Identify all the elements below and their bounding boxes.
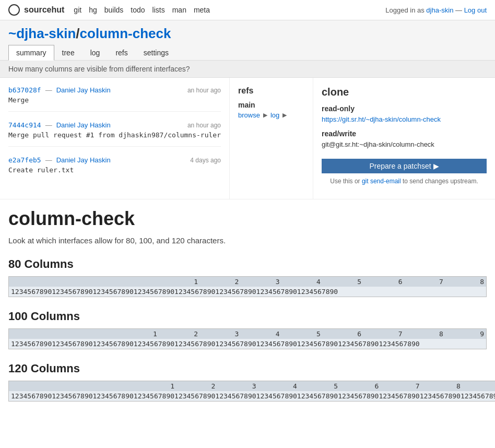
tab-log[interactable]: log (82, 45, 108, 60)
nav-right: Logged in as djha-skin — Log out (385, 6, 487, 14)
nav-link-man[interactable]: man (172, 6, 186, 14)
refs-panel: refs mainbrowse▶log▶ (230, 78, 313, 199)
commits-panel: b637028f—Daniel Jay Haskinan hour agoMer… (0, 78, 230, 199)
repo-description: How many columns are visible from differ… (8, 65, 190, 73)
tab-refs[interactable]: refs (108, 45, 135, 60)
commit-message: Merge (8, 96, 221, 104)
send-email-suffix: to send changes upstream. (403, 178, 478, 185)
ruler-digit-row: 1234567890123456789012345678901234567890… (9, 391, 496, 402)
commit-time: 4 days ago (190, 157, 221, 164)
ref-name: main (238, 101, 304, 109)
repo-tabs: summarytreelogrefssettings (8, 45, 487, 60)
readme-subtitle: Look at which interfaces allow for 80, 1… (8, 236, 487, 245)
logged-in-label: Logged in as (385, 6, 424, 14)
readwrite-url: git@git.sr.ht:~djha-skin/column-check (322, 140, 434, 148)
ref-log-link[interactable]: log (270, 111, 279, 119)
nav-link-meta[interactable]: meta (194, 6, 210, 14)
logo-area: sourcehut (8, 4, 64, 16)
logout-link[interactable]: Log out (464, 6, 487, 14)
repo-title: ~djha-skin/column-check (8, 20, 487, 42)
readonly-url[interactable]: https://git.sr.ht/~djha-skin/column-chec… (322, 115, 441, 123)
commit-dash: — (45, 156, 52, 164)
column-section-title: 100 Columns (8, 310, 487, 323)
column-section: 80 Columns 1 2 3 4 5 6 7 812345678901234… (8, 257, 487, 297)
commit-message: Create ruler.txt (8, 166, 221, 174)
column-section: 120 Columns 1 2 3 4 5 6 7 8 912345678901… (8, 362, 487, 402)
tab-settings[interactable]: settings (136, 45, 176, 60)
readme-title: column-check (8, 208, 487, 230)
send-email-note: Use this or git send-email to send chang… (322, 178, 487, 185)
clone-panel: clone read-only https://git.sr.ht/~djha-… (313, 78, 495, 199)
commits-refs-area: b637028f—Daniel Jay Haskinan hour agoMer… (0, 78, 495, 199)
site-name: sourcehut (24, 5, 64, 15)
commit-hash[interactable]: 7444c914 (8, 121, 41, 129)
ruler-header-row: 1 2 3 4 5 6 7 8 9 (9, 329, 487, 339)
readwrite-label: read/write (322, 129, 487, 138)
clone-title: clone (322, 86, 487, 98)
repo-name-link[interactable]: column-check (80, 26, 171, 41)
commit-time: an hour ago (187, 122, 221, 129)
ruler-table: 1 2 3 4 5 6 7 8 912345678901234567890123… (8, 328, 487, 349)
log-arrow-icon: ▶ (282, 112, 287, 119)
commit-hash[interactable]: e2a7feb5 (8, 156, 41, 164)
commit-hash[interactable]: b637028f (8, 86, 41, 94)
readme-sections: 80 Columns 1 2 3 4 5 6 7 812345678901234… (8, 257, 487, 402)
logo-icon (8, 4, 20, 16)
description-banner: How many columns are visible from differ… (0, 61, 495, 78)
body-content: column-check Look at which interfaces al… (0, 199, 495, 422)
readwrite-section: read/write git@git.sr.ht:~djha-skin/colu… (322, 129, 487, 148)
commit-author[interactable]: Daniel Jay Haskin (56, 121, 111, 129)
commit-entry: e2a7feb5—Daniel Jay Haskin4 days agoCrea… (8, 156, 221, 181)
nav-links: githgbuildstodolistsmanmeta (74, 6, 210, 14)
commit-author[interactable]: Daniel Jay Haskin (56, 156, 111, 164)
top-nav: sourcehut githgbuildstodolistsmanmeta Lo… (0, 0, 495, 20)
ruler-table: 1 2 3 4 5 6 7 81234567890123456789012345… (8, 276, 487, 297)
commit-time: an hour ago (187, 87, 221, 94)
ruler-digit-row: 1234567890123456789012345678901234567890… (9, 287, 487, 297)
browse-arrow-icon: ▶ (263, 112, 267, 119)
commit-message: Merge pull request #1 from djhaskin987/c… (8, 131, 221, 139)
patchset-button[interactable]: Prepare a patchset ▶ (322, 159, 487, 173)
ref-browse-link[interactable]: browse (238, 111, 260, 119)
nav-link-lists[interactable]: lists (152, 6, 165, 14)
commit-author[interactable]: Daniel Jay Haskin (56, 86, 111, 94)
commit-dash: — (45, 86, 52, 94)
tab-tree[interactable]: tree (54, 45, 82, 60)
ruler-table: 1 2 3 4 5 6 7 8 912345678901234567890123… (8, 381, 495, 402)
send-email-link[interactable]: git send-email (362, 178, 401, 185)
column-section-title: 120 Columns (8, 362, 487, 375)
ruler-digit-row: 1234567890123456789012345678901234567890… (9, 339, 487, 349)
nav-link-todo[interactable]: todo (131, 6, 145, 14)
ruler-header-row: 1 2 3 4 5 6 7 8 (9, 277, 487, 287)
nav-link-hg[interactable]: hg (89, 6, 97, 14)
nav-left: sourcehut githgbuildstodolistsmanmeta (8, 4, 210, 16)
readonly-label: read-only (322, 104, 487, 113)
owner-link[interactable]: ~djha-skin (8, 26, 76, 41)
send-email-prefix: Use this or (330, 178, 360, 185)
readonly-section: read-only https://git.sr.ht/~djha-skin/c… (322, 104, 487, 123)
column-section: 100 Columns 1 2 3 4 5 6 7 8 912345678901… (8, 310, 487, 349)
title-separator: / (76, 26, 79, 41)
nav-link-builds[interactable]: builds (104, 6, 124, 14)
repo-header: ~djha-skin/column-check summarytreelogre… (0, 20, 495, 61)
refs-title: refs (238, 86, 304, 96)
refs-list: mainbrowse▶log▶ (238, 101, 304, 119)
username-link[interactable]: djha-skin (426, 6, 453, 14)
commit-entry: 7444c914—Daniel Jay Haskinan hour agoMer… (8, 121, 221, 147)
nav-link-git[interactable]: git (74, 6, 81, 14)
commit-dash: — (45, 121, 52, 129)
commit-entry: b637028f—Daniel Jay Haskinan hour agoMer… (8, 86, 221, 112)
column-section-title: 80 Columns (8, 257, 487, 271)
tab-summary[interactable]: summary (8, 45, 54, 61)
separator: — (455, 6, 462, 14)
ruler-header-row: 1 2 3 4 5 6 7 8 9 (9, 381, 496, 392)
